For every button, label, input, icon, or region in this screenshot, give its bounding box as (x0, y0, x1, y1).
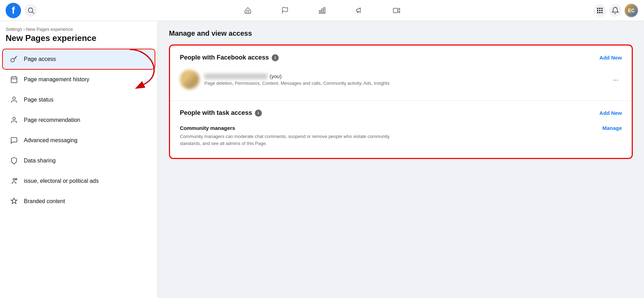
grid-icon (597, 7, 603, 14)
facebook-access-header: People with Facebook access i Add New (180, 54, 622, 61)
calendar-icon (8, 74, 20, 85)
svg-rect-13 (601, 10, 603, 11)
facebook-logo[interactable]: f (6, 3, 21, 18)
svg-rect-10 (601, 8, 603, 9)
sidebar-item-data-sharing[interactable]: Data sharing (3, 151, 155, 171)
home-icon (244, 7, 252, 14)
sidebar-item-label-data-sharing: Data sharing (24, 158, 56, 164)
user-avatar (180, 70, 199, 89)
nav-megaphone-button[interactable] (351, 5, 367, 16)
user-name-blurred (204, 74, 267, 79)
diamond-icon (8, 196, 20, 207)
bell-button[interactable] (609, 4, 622, 17)
community-managers-header: Community managers Community managers ca… (180, 125, 622, 147)
user-more-button[interactable]: ··· (609, 73, 622, 86)
svg-rect-14 (597, 12, 598, 13)
sidebar-item-label-page-management-history: Page management history (24, 76, 89, 83)
flag-icon (281, 7, 289, 14)
key-icon (8, 54, 20, 65)
gear-person-icon (8, 175, 20, 187)
user-permissions: Page deletion, Permissions, Content, Mes… (204, 81, 604, 86)
section-title: Manage and view access (169, 29, 633, 37)
top-navigation: f (0, 0, 644, 21)
access-section: People with Facebook access i Add New (y… (169, 44, 633, 159)
svg-rect-3 (319, 11, 320, 13)
nav-chart-button[interactable] (314, 5, 330, 16)
svg-rect-6 (393, 8, 398, 13)
search-button[interactable] (25, 4, 37, 17)
svg-rect-8 (597, 8, 598, 9)
sidebar-title: New Pages experience (0, 33, 157, 49)
sidebar-item-advanced-messaging[interactable]: Advanced messaging (3, 131, 155, 150)
person-shield-icon (8, 94, 20, 105)
sidebar-item-page-status[interactable]: Page status (3, 90, 155, 110)
message-icon (8, 135, 20, 146)
you-label: (you) (270, 73, 282, 79)
community-managers-description: Community managers can moderate chat com… (180, 133, 408, 147)
breadcrumb: Settings › New Pages experience (0, 27, 157, 33)
nav-video-button[interactable] (388, 5, 405, 16)
megaphone-icon (355, 7, 363, 14)
facebook-access-info-icon[interactable]: i (272, 54, 279, 61)
task-access-block: People with task access i Add New Commun… (170, 101, 632, 158)
sidebar-item-page-access[interactable]: Page access (3, 49, 155, 69)
sidebar-item-issue-ads[interactable]: issue, electoral or political ads (3, 171, 155, 191)
user-name: (you) (204, 73, 604, 79)
main-layout: Settings › New Pages experience New Page… (0, 21, 644, 298)
user-info: (you) Page deletion, Permissions, Conten… (204, 73, 604, 86)
svg-point-23 (13, 97, 15, 99)
svg-line-1 (32, 12, 34, 14)
svg-point-26 (16, 179, 17, 180)
svg-rect-15 (599, 12, 601, 13)
svg-rect-4 (321, 9, 323, 13)
user-row: (you) Page deletion, Permissions, Conten… (180, 67, 622, 92)
video-icon (393, 7, 400, 14)
svg-point-24 (13, 117, 15, 120)
sidebar-item-wrapper-page-access: Page access (0, 49, 157, 69)
community-managers-info: Community managers Community managers ca… (180, 125, 408, 147)
search-icon (27, 7, 35, 14)
shield-icon (8, 155, 20, 166)
sidebar: Settings › New Pages experience New Page… (0, 21, 158, 298)
sidebar-item-label-page-status: Page status (24, 97, 54, 103)
sidebar-item-branded-content[interactable]: Branded content (3, 192, 155, 211)
sidebar-item-label-issue-ads: issue, electoral or political ads (24, 178, 99, 184)
chart-icon (318, 7, 326, 14)
svg-rect-11 (597, 10, 598, 11)
svg-rect-19 (11, 77, 17, 83)
svg-rect-5 (324, 7, 325, 13)
grid-button[interactable] (594, 4, 606, 17)
svg-rect-9 (599, 8, 601, 9)
main-content: Manage and view access People with Faceb… (158, 21, 644, 298)
nav-right: EC (561, 4, 638, 18)
user-avatar-button[interactable]: EC (624, 4, 638, 18)
nav-home-button[interactable] (240, 5, 256, 16)
bell-icon (611, 7, 619, 14)
avatar-initials: EC (628, 8, 635, 13)
facebook-access-block: People with Facebook access i Add New (y… (170, 46, 632, 101)
task-access-info-icon[interactable]: i (255, 110, 262, 117)
nav-flag-button[interactable] (277, 5, 293, 16)
manage-button[interactable]: Manage (602, 125, 622, 131)
community-managers: Community managers Community managers ca… (180, 122, 622, 150)
svg-point-17 (11, 58, 14, 62)
sidebar-item-label-page-recommendation: Page recommendation (24, 117, 80, 123)
nav-center (83, 5, 561, 16)
person-outline-icon (8, 115, 20, 126)
task-access-add-new-button[interactable]: Add New (599, 110, 622, 116)
task-access-header: People with task access i Add New (180, 109, 622, 117)
task-access-title: People with task access i (180, 109, 262, 117)
sidebar-item-label-advanced-messaging: Advanced messaging (24, 137, 77, 144)
sidebar-item-page-recommendation[interactable]: Page recommendation (3, 110, 155, 130)
community-managers-title: Community managers (180, 125, 408, 131)
svg-point-0 (28, 8, 33, 12)
sidebar-item-label-page-access: Page access (24, 56, 56, 62)
facebook-access-title: People with Facebook access i (180, 54, 279, 61)
svg-point-25 (13, 179, 15, 181)
nav-left: f (6, 3, 83, 18)
sidebar-item-label-branded-content: Branded content (24, 198, 65, 205)
svg-rect-16 (601, 12, 603, 13)
sidebar-item-page-management-history[interactable]: Page management history (3, 70, 155, 89)
facebook-access-add-new-button[interactable]: Add New (599, 55, 622, 61)
svg-rect-12 (599, 10, 601, 11)
